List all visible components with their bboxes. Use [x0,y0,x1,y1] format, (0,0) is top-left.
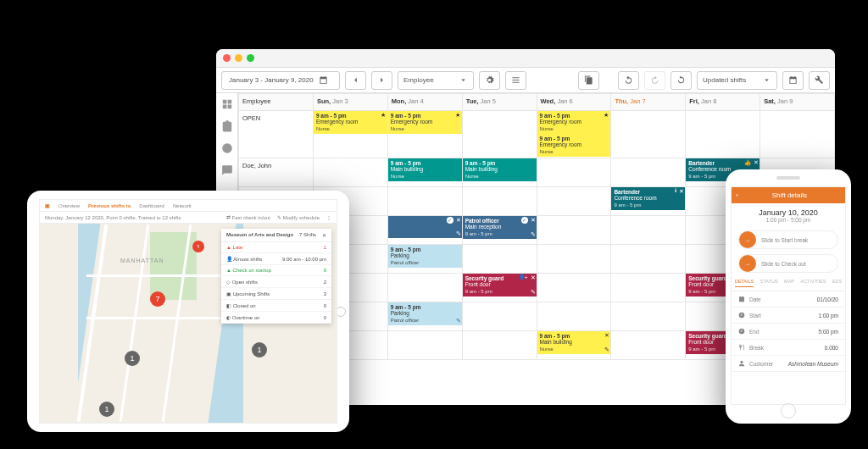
refresh-button[interactable] [670,71,692,90]
shift-card[interactable]: 9 am - 5 pmParkingPatrol officer [388,245,462,268]
undo-button[interactable] [618,71,639,90]
shift-date: January 10, 2020 [737,208,840,217]
shift-card[interactable]: 9 am - 5 pmParkingPatrol officer✎ [388,302,462,325]
shift-card[interactable]: 9 am - 5 pmEmergency roomNurse [388,111,462,134]
col-sat: Sat, Jan 9 [760,94,835,111]
panel-title: Museum of Arts and Design [226,232,293,238]
wrench-icon [815,75,824,85]
sub-toolbar: Monday, January 12 2020, Point 0 shifts,… [40,212,337,224]
tab-overview[interactable]: Overview [58,203,80,208]
shift-card[interactable]: 9 am - 5 pmEmergency roomNurse [314,111,387,134]
grid-view-icon[interactable] [221,98,233,110]
shift-card[interactable]: 9 am - 5 pmMain buildingNurse [388,158,462,181]
settings-button[interactable] [479,71,500,90]
panel-row[interactable]: ◐ Overtime on0 [221,312,331,324]
arrow-right-icon: → [739,255,756,272]
ipad-device: ▣ Overview Previous shifts to Dashboard … [27,191,349,432]
window-titlebar [216,49,835,68]
calendar-icon [738,296,745,302]
detail-row-date: Date01/10/20 [732,291,845,308]
modify-label[interactable]: Modify schedule [283,215,320,220]
date-range-label: January 3 - January 9, 2020 [229,76,314,84]
tools-button[interactable] [809,71,830,90]
panel-row[interactable]: ◧ Closed on0 [221,300,331,312]
shift-card[interactable]: 9 am - 5 pmEmergency roomNurse [537,111,611,134]
phone-tabs: DETAILS STATUS MAP ACTIVITIES EDS [732,275,845,291]
col-tue: Tue, Jan 5 [462,94,537,111]
save-calendar-button[interactable] [782,71,804,90]
col-employee: Employee [239,94,314,111]
slide-check-out[interactable]: →Slide to Check out [738,254,838,273]
detail-row-end: End5:00 pm [732,324,845,340]
col-fri: Fri, Jan 8 [686,94,760,111]
panel-row[interactable]: ▲ Check on startup0 [221,265,331,276]
shift-card[interactable]: Patrol officer✓✕Main reception9 am - 5 p… [463,216,537,239]
tab-map[interactable]: MAP [784,279,794,287]
map-pin[interactable]: 1 [99,402,114,417]
shift-details-screen: ‹ Shift details January 10, 2020 1:00 pm… [731,186,846,405]
panel-row[interactable]: ◇ Open shifts2 [221,276,331,288]
calendar-icon [319,75,328,85]
map-pin[interactable]: 1 [125,351,140,366]
close-icon[interactable]: ✕ [322,232,326,238]
tab-previous[interactable]: Previous shifts to [88,203,131,208]
undo-icon [624,75,633,85]
pie-view-icon[interactable] [221,142,233,154]
shift-card[interactable]: ✓✕✎ [388,216,462,238]
copy-button[interactable] [578,71,599,90]
map-app: ▣ Overview Previous shifts to Dashboard … [39,199,337,424]
next-button[interactable] [371,71,392,90]
user-icon [738,360,745,367]
chat-view-icon[interactable] [221,164,233,176]
map-label-manhattan: MANHATTAN [120,258,164,263]
col-sun: Sun, Jan 3 [313,94,387,111]
more-icon[interactable]: ⋮ [326,214,331,220]
redo-icon [650,75,659,85]
shift-card[interactable]: 9 am - 5 pmEmergency roomNurse [537,134,611,157]
detail-row-break: Break0.000 [732,340,845,356]
close-window-icon[interactable] [223,54,231,62]
chevron-left-icon [351,75,360,85]
maximize-window-icon[interactable] [247,54,254,62]
panel-row[interactable]: 👤 Almost shifts9:00 am - 10:00 pm [221,253,331,265]
tab-activities[interactable]: ACTIVITIES [800,279,826,287]
fast-check-label[interactable]: Fast check in/out [232,215,270,220]
map-canvas[interactable]: MANHATTAN 7 1 1 1 1 Museum of Arts and D… [40,224,337,423]
shift-card[interactable]: Bartender ℹ✕Conference room9 am - 5 pm [611,187,685,210]
filter-button[interactable] [505,71,526,90]
updated-dropdown[interactable]: Updated shifts [697,71,777,90]
gear-icon [485,75,494,85]
caret-down-icon [762,75,771,85]
row-open: OPEN 9 am - 5 pmEmergency roomNurse 9 am… [239,111,835,158]
app-logo-icon: ▣ [45,202,50,208]
map-pin-red[interactable]: 7 [150,291,165,307]
arrow-right-icon: → [739,231,756,248]
clipboard-view-icon[interactable] [221,120,233,132]
detail-rows: Date01/10/20 Start1:00 pm End5:00 pm Bre… [732,291,845,404]
employee-dropdown-label: Employee [403,76,434,84]
shift-card[interactable]: 9 am - 5 pm✕Main buildingNurse✎ [537,331,611,354]
header-row: Employee Sun, Jan 3 Mon, Jan 4 Tue, Jan … [239,94,835,111]
panel-row[interactable]: ▣ Upcoming Shifts3 [221,288,331,300]
minimize-window-icon[interactable] [235,54,242,62]
tab-network[interactable]: Network [173,203,192,208]
updated-dropdown-label: Updated shifts [703,76,746,84]
back-icon[interactable]: ‹ [736,191,738,199]
shift-card[interactable]: Security guard 👤+✕Front door9 am - 5 pm✎ [463,274,537,297]
tab-status[interactable]: STATUS [760,279,778,287]
shift-card[interactable]: 9 am - 5 pmMain buildingNurse [463,158,537,181]
tab-eds[interactable]: EDS [832,279,842,287]
shift-time: 1:00 pm - 5:00 pm [737,217,840,223]
map-pin-red[interactable]: 1 [192,241,204,252]
employee-dropdown[interactable]: Employee [398,71,474,90]
tab-dashboard[interactable]: Dashboard [139,203,164,208]
slide-start-break[interactable]: →Slide to Start break [738,230,838,249]
panel-row[interactable]: ▲ Late1 [221,242,331,253]
col-mon: Mon, Jan 4 [387,94,462,111]
redo-button[interactable] [644,71,665,90]
clock-icon [738,328,745,335]
tab-details[interactable]: DETAILS [735,279,754,287]
date-range-picker[interactable]: January 3 - January 9, 2020 [221,71,340,90]
map-pin[interactable]: 1 [252,342,267,358]
prev-button[interactable] [345,71,366,90]
